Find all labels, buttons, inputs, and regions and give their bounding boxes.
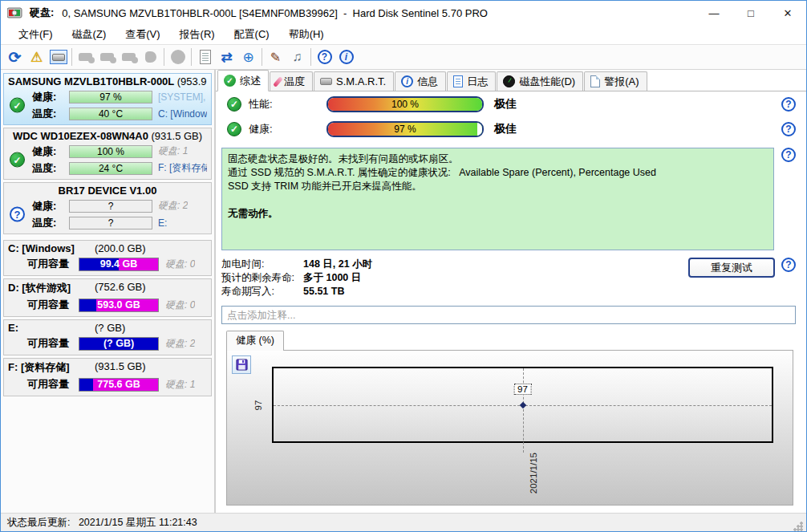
- health-bar: 97 %: [326, 121, 484, 137]
- capacity-label: 可用容量: [27, 377, 79, 392]
- lifetime-stats: 加电时间:148 日, 21 小时 预计的剩余寿命:多于 1000 日 寿命期写…: [221, 258, 372, 298]
- disk-title: BR17 DEVICE V1.00: [59, 185, 157, 197]
- send-report-icon[interactable]: ⇄: [216, 47, 237, 67]
- data-point-label: 97: [513, 384, 532, 395]
- alert-settings-icon[interactable]: ⚠: [26, 47, 47, 67]
- thermometer-icon: [273, 76, 283, 87]
- about-icon[interactable]: i: [335, 47, 357, 67]
- disk-detect-icon[interactable]: [47, 47, 69, 67]
- tab-alerts[interactable]: 警报(A): [584, 71, 647, 91]
- app-logo-icon: [7, 6, 23, 19]
- help-icon[interactable]: ?: [314, 47, 335, 67]
- sidebar-partition-c[interactable]: C: [Windows](200.0 GB) 可用容量 99.4 GB 硬盘: …: [3, 240, 212, 276]
- health-bar: 100 %: [69, 145, 152, 158]
- title-bar: 硬盘: 0, SAMSUNG MZVLB1T0HBLR-000L [S4EMNF…: [1, 1, 806, 25]
- tab-disk-performance[interactable]: 磁盘性能(D): [497, 71, 583, 91]
- floppy-disk-icon: [236, 359, 248, 371]
- disk-arrow-icon-disabled: [140, 47, 161, 67]
- status-line: SSD 支持 TRIM 功能并已开启来提高性能。: [228, 180, 768, 193]
- sidebar-disk-wdc[interactable]: WDC WD10EZEX-08WN4A0 (931.5 GB) ✓ 健康: 10…: [3, 128, 212, 180]
- save-chart-button[interactable]: [232, 355, 251, 374]
- health-label: 健康:: [32, 90, 69, 104]
- power-on-time-label: 加电时间:: [221, 258, 303, 271]
- temp-bar: 40 °C: [69, 108, 152, 120]
- health-help-icon[interactable]: ?: [781, 122, 796, 136]
- menu-config[interactable]: 配置(C): [225, 25, 279, 44]
- tab-information[interactable]: i信息: [395, 71, 446, 91]
- comment-input[interactable]: [221, 306, 796, 324]
- resize-grip-icon[interactable]: [793, 522, 803, 531]
- status-help-icon[interactable]: ?: [781, 148, 796, 162]
- tab-temperature[interactable]: 温度: [270, 71, 313, 91]
- menu-help[interactable]: 帮助(H): [279, 25, 334, 44]
- capacity-row: 可用容量 775.6 GB 硬盘: 1: [8, 376, 207, 393]
- sounds-icon[interactable]: ♫: [286, 47, 308, 67]
- window-controls: — □ ✕: [695, 1, 806, 25]
- log-document-icon: [453, 75, 463, 87]
- alert-page-icon: [590, 75, 600, 87]
- health-chart-panel: 97 97 2021/1/15: [226, 350, 793, 506]
- partition-note: 硬盘: 0: [165, 258, 195, 271]
- menu-report[interactable]: 报告(R): [170, 25, 225, 44]
- sidebar-partition-e[interactable]: E:(? GB) 可用容量 (? GB) 硬盘: 2: [3, 319, 212, 355]
- menu-bar: 文件(F) 磁盘(Z) 查看(V) 报告(R) 配置(C) 帮助(H): [1, 25, 806, 45]
- menu-disk[interactable]: 磁盘(Z): [63, 25, 116, 44]
- network-icon[interactable]: ⊕: [237, 47, 259, 67]
- temp-label: 温度:: [32, 216, 69, 230]
- health-gauge-row: ✓ 健康: 97 % 极佳 ?: [216, 116, 806, 141]
- temp-bar: ?: [69, 217, 152, 229]
- partition-size: (200.0 GB): [95, 242, 146, 254]
- remaining-lifetime-value: 多于 1000 日: [303, 271, 361, 285]
- window-title-label: 硬盘:: [30, 6, 54, 20]
- tab-log[interactable]: 日志: [447, 71, 496, 91]
- chart-tab-health[interactable]: 健康 (%): [226, 331, 284, 351]
- capacity-row: 可用容量 (? GB) 硬盘: 2: [8, 335, 207, 352]
- disk-title: SAMSUNG MZVLB1T0HBLR-000L: [8, 75, 177, 87]
- performance-help-icon[interactable]: ?: [781, 97, 796, 112]
- sidebar-partition-d[interactable]: D: [软件游戏](752.6 GB) 可用容量 593.0 GB 硬盘: 0: [3, 278, 212, 317]
- sidebar-partition-f[interactable]: F: [资料存储](931.5 GB) 可用容量 775.6 GB 硬盘: 1: [3, 358, 212, 396]
- status-text-row: 固态硬盘状态是极好的。未找到有问题的或坏扇区。 通过 SSD 规范的 S.M.A…: [216, 141, 806, 250]
- health-label: 健康:: [32, 144, 69, 159]
- partition-name: F: [资料存储]: [8, 360, 95, 375]
- health-row: 健康: 100 % 硬盘: 1: [32, 143, 207, 160]
- maximize-button[interactable]: □: [732, 1, 769, 25]
- check-circle-icon: ✓: [224, 75, 236, 87]
- partition-name: C: [Windows]: [8, 242, 95, 254]
- health-label: 健康:: [32, 199, 69, 213]
- minimize-button[interactable]: —: [695, 1, 732, 25]
- status-unknown-icon: ?: [10, 207, 25, 222]
- retest-help-icon[interactable]: ?: [781, 258, 796, 272]
- menu-view[interactable]: 查看(V): [116, 25, 169, 44]
- performance-bar: 100 %: [326, 96, 484, 112]
- close-button[interactable]: ✕: [769, 1, 806, 25]
- toolbar: ⟳ ⚠ ⇄ ⊕ ✎ ♫ ? i: [1, 45, 806, 70]
- sidebar-disk-samsung[interactable]: SAMSUNG MZVLB1T0HBLR-000L (953.9 GB) ✓ 健…: [3, 73, 212, 125]
- health-row: 健康: 97 % [SYSTEM], [W: [32, 88, 207, 105]
- disk-op-icon-disabled: [75, 47, 96, 67]
- check-circle-icon: ✓: [227, 122, 241, 136]
- temp-bar: 24 °C: [69, 162, 152, 175]
- refresh-icon[interactable]: ⟳: [4, 47, 26, 67]
- performance-rating: 极佳: [494, 97, 517, 112]
- configure-icon[interactable]: ✎: [265, 47, 286, 67]
- report-icon[interactable]: [194, 47, 216, 67]
- toolbar-separator: [262, 48, 262, 66]
- performance-label: 性能:: [249, 97, 326, 112]
- sidebar-device-br17[interactable]: BR17 DEVICE V1.00 ? 健康: ? 硬盘: 2 温度: ? E:: [3, 182, 212, 234]
- disk-status-text-box: 固态硬盘状态是极好的。未找到有问题的或坏扇区。 通过 SSD 规范的 S.M.A…: [221, 148, 774, 250]
- power-on-time-value: 148 日, 21 小时: [303, 258, 372, 271]
- partition-note: 硬盘: 0: [165, 298, 195, 312]
- menu-file[interactable]: 文件(F): [9, 25, 63, 44]
- partition-size: (? GB): [95, 322, 125, 334]
- disk-title: WDC WD10EZEX-08WN4A0: [13, 130, 152, 142]
- retest-button[interactable]: 重复测试: [688, 258, 775, 278]
- tab-smart[interactable]: S.M.A.R.T.: [314, 71, 394, 91]
- lifetime-writes-label: 寿命期写入:: [221, 285, 303, 298]
- disk-sidebar: SAMSUNG MZVLB1T0HBLR-000L (953.9 GB) ✓ 健…: [1, 70, 216, 513]
- toolbar-separator: [164, 48, 164, 66]
- disk-size: (931.5 GB): [152, 130, 203, 142]
- partition-name: E:: [8, 322, 95, 334]
- status-last-updated: 状态最后更新: 2021/1/15 星期五 11:21:43: [7, 516, 197, 530]
- tab-overview[interactable]: ✓综述: [217, 70, 269, 91]
